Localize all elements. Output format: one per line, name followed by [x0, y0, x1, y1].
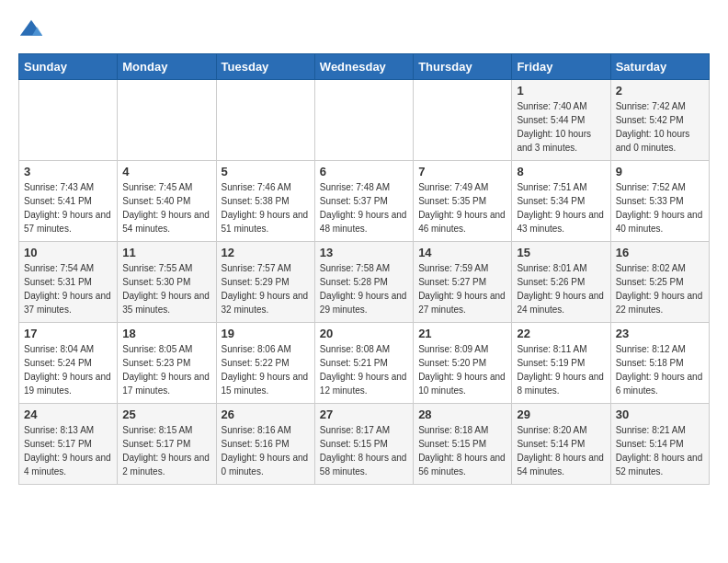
- calendar-cell: 26Sunrise: 8:16 AMSunset: 5:16 PMDayligh…: [216, 404, 314, 485]
- calendar-cell: 14Sunrise: 7:59 AMSunset: 5:27 PMDayligh…: [414, 242, 512, 323]
- calendar-cell: 9Sunrise: 7:52 AMSunset: 5:33 PMDaylight…: [610, 161, 709, 242]
- week-row-3: 10Sunrise: 7:54 AMSunset: 5:31 PMDayligh…: [19, 242, 710, 323]
- day-info: Sunrise: 8:21 AMSunset: 5:14 PMDaylight:…: [616, 423, 704, 478]
- day-info: Sunrise: 7:58 AMSunset: 5:28 PMDaylight:…: [320, 261, 408, 316]
- day-number: 13: [320, 246, 408, 259]
- day-info: Sunrise: 7:55 AMSunset: 5:30 PMDaylight:…: [122, 261, 210, 316]
- day-number: 11: [122, 246, 210, 259]
- calendar-cell: [314, 80, 413, 161]
- day-number: 24: [24, 408, 112, 421]
- day-info: Sunrise: 8:12 AMSunset: 5:18 PMDaylight:…: [616, 342, 704, 397]
- calendar-cell: 7Sunrise: 7:49 AMSunset: 5:35 PMDaylight…: [414, 161, 512, 242]
- day-number: 25: [122, 408, 210, 421]
- day-number: 9: [616, 165, 704, 178]
- day-number: 29: [517, 408, 605, 421]
- header-day-thursday: Thursday: [414, 54, 512, 80]
- day-info: Sunrise: 7:45 AMSunset: 5:40 PMDaylight:…: [122, 180, 210, 236]
- calendar-cell: 19Sunrise: 8:06 AMSunset: 5:22 PMDayligh…: [216, 323, 314, 404]
- day-number: 15: [517, 246, 605, 259]
- day-info: Sunrise: 7:51 AMSunset: 5:34 PMDaylight:…: [517, 180, 605, 236]
- week-row-2: 3Sunrise: 7:43 AMSunset: 5:41 PMDaylight…: [19, 161, 710, 242]
- calendar-cell: 27Sunrise: 8:17 AMSunset: 5:15 PMDayligh…: [314, 404, 413, 485]
- calendar-cell: 12Sunrise: 7:57 AMSunset: 5:29 PMDayligh…: [216, 242, 314, 323]
- day-number: 28: [418, 408, 506, 421]
- week-row-4: 17Sunrise: 8:04 AMSunset: 5:24 PMDayligh…: [19, 323, 710, 404]
- day-info: Sunrise: 7:54 AMSunset: 5:31 PMDaylight:…: [24, 261, 112, 316]
- page-header: [18, 18, 710, 44]
- calendar-cell: 6Sunrise: 7:48 AMSunset: 5:37 PMDaylight…: [314, 161, 413, 242]
- day-number: 1: [517, 84, 605, 98]
- calendar-cell: 1Sunrise: 7:40 AMSunset: 5:44 PMDaylight…: [512, 80, 610, 161]
- header-day-saturday: Saturday: [610, 54, 709, 80]
- calendar-cell: 22Sunrise: 8:11 AMSunset: 5:19 PMDayligh…: [512, 323, 610, 404]
- calendar-cell: 25Sunrise: 8:15 AMSunset: 5:17 PMDayligh…: [118, 404, 216, 485]
- day-info: Sunrise: 8:01 AMSunset: 5:26 PMDaylight:…: [517, 261, 605, 316]
- day-number: 6: [320, 165, 408, 178]
- calendar-cell: 29Sunrise: 8:20 AMSunset: 5:14 PMDayligh…: [512, 404, 610, 485]
- logo: [18, 18, 48, 44]
- day-info: Sunrise: 8:08 AMSunset: 5:21 PMDaylight:…: [320, 342, 408, 397]
- calendar-cell: 30Sunrise: 8:21 AMSunset: 5:14 PMDayligh…: [610, 404, 709, 485]
- calendar-cell: 17Sunrise: 8:04 AMSunset: 5:24 PMDayligh…: [19, 323, 118, 404]
- day-number: 16: [616, 246, 704, 259]
- day-info: Sunrise: 8:09 AMSunset: 5:20 PMDaylight:…: [418, 342, 506, 397]
- day-info: Sunrise: 7:46 AMSunset: 5:38 PMDaylight:…: [222, 180, 310, 236]
- header-day-tuesday: Tuesday: [216, 54, 314, 80]
- calendar-cell: [118, 80, 216, 161]
- calendar-cell: 15Sunrise: 8:01 AMSunset: 5:26 PMDayligh…: [512, 242, 610, 323]
- day-info: Sunrise: 7:40 AMSunset: 5:44 PMDaylight:…: [517, 99, 605, 155]
- calendar-cell: 13Sunrise: 7:58 AMSunset: 5:28 PMDayligh…: [314, 242, 413, 323]
- day-info: Sunrise: 7:42 AMSunset: 5:42 PMDaylight:…: [616, 99, 704, 155]
- calendar-cell: 3Sunrise: 7:43 AMSunset: 5:41 PMDaylight…: [19, 161, 118, 242]
- calendar-cell: 16Sunrise: 8:02 AMSunset: 5:25 PMDayligh…: [610, 242, 709, 323]
- day-info: Sunrise: 8:06 AMSunset: 5:22 PMDaylight:…: [222, 342, 310, 397]
- day-number: 22: [517, 327, 605, 340]
- day-number: 23: [616, 327, 704, 340]
- day-number: 5: [222, 165, 310, 178]
- day-number: 27: [320, 408, 408, 421]
- day-info: Sunrise: 8:11 AMSunset: 5:19 PMDaylight:…: [517, 342, 605, 397]
- week-row-5: 24Sunrise: 8:13 AMSunset: 5:17 PMDayligh…: [19, 404, 710, 485]
- day-number: 18: [122, 327, 210, 340]
- day-info: Sunrise: 7:49 AMSunset: 5:35 PMDaylight:…: [418, 180, 506, 236]
- calendar-cell: 11Sunrise: 7:55 AMSunset: 5:30 PMDayligh…: [118, 242, 216, 323]
- header-day-monday: Monday: [118, 54, 216, 80]
- day-number: 2: [616, 84, 704, 98]
- calendar-cell: 24Sunrise: 8:13 AMSunset: 5:17 PMDayligh…: [19, 404, 118, 485]
- day-number: 20: [320, 327, 408, 340]
- day-number: 12: [222, 246, 310, 259]
- calendar-cell: 20Sunrise: 8:08 AMSunset: 5:21 PMDayligh…: [314, 323, 413, 404]
- calendar-cell: [414, 80, 512, 161]
- calendar-cell: 18Sunrise: 8:05 AMSunset: 5:23 PMDayligh…: [118, 323, 216, 404]
- calendar-body: 1Sunrise: 7:40 AMSunset: 5:44 PMDaylight…: [19, 80, 710, 485]
- day-info: Sunrise: 8:20 AMSunset: 5:14 PMDaylight:…: [517, 423, 605, 478]
- calendar-table: SundayMondayTuesdayWednesdayThursdayFrid…: [18, 53, 710, 485]
- day-number: 17: [24, 327, 112, 340]
- day-number: 30: [616, 408, 704, 421]
- calendar-cell: 10Sunrise: 7:54 AMSunset: 5:31 PMDayligh…: [19, 242, 118, 323]
- day-number: 26: [222, 408, 310, 421]
- day-info: Sunrise: 7:57 AMSunset: 5:29 PMDaylight:…: [222, 261, 310, 316]
- day-number: 10: [24, 246, 112, 259]
- calendar-cell: [216, 80, 314, 161]
- day-number: 4: [122, 165, 210, 178]
- week-row-1: 1Sunrise: 7:40 AMSunset: 5:44 PMDaylight…: [19, 80, 710, 161]
- day-info: Sunrise: 8:16 AMSunset: 5:16 PMDaylight:…: [222, 423, 310, 478]
- day-info: Sunrise: 8:04 AMSunset: 5:24 PMDaylight:…: [24, 342, 112, 397]
- header-day-sunday: Sunday: [19, 54, 118, 80]
- day-number: 14: [418, 246, 506, 259]
- day-info: Sunrise: 8:05 AMSunset: 5:23 PMDaylight:…: [122, 342, 210, 397]
- calendar-cell: 28Sunrise: 8:18 AMSunset: 5:15 PMDayligh…: [414, 404, 512, 485]
- calendar-cell: 5Sunrise: 7:46 AMSunset: 5:38 PMDaylight…: [216, 161, 314, 242]
- day-info: Sunrise: 7:59 AMSunset: 5:27 PMDaylight:…: [418, 261, 506, 316]
- day-number: 7: [418, 165, 506, 178]
- calendar-cell: 23Sunrise: 8:12 AMSunset: 5:18 PMDayligh…: [610, 323, 709, 404]
- day-info: Sunrise: 8:17 AMSunset: 5:15 PMDaylight:…: [320, 423, 408, 478]
- day-info: Sunrise: 8:02 AMSunset: 5:25 PMDaylight:…: [616, 261, 704, 316]
- calendar-cell: 8Sunrise: 7:51 AMSunset: 5:34 PMDaylight…: [512, 161, 610, 242]
- header-row: SundayMondayTuesdayWednesdayThursdayFrid…: [19, 54, 710, 80]
- day-info: Sunrise: 8:13 AMSunset: 5:17 PMDaylight:…: [24, 423, 112, 478]
- logo-icon: [18, 18, 44, 44]
- calendar-cell: [19, 80, 118, 161]
- day-info: Sunrise: 7:48 AMSunset: 5:37 PMDaylight:…: [320, 180, 408, 236]
